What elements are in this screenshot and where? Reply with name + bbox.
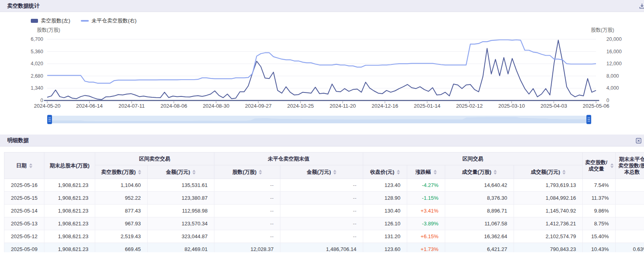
right-axis-tick-label: 16,000: [606, 48, 630, 55]
x-axis-tick-label: 2025-02-12: [450, 103, 488, 109]
column-header-label: 金额(万元): [166, 169, 190, 175]
right-axis-tick-label: 8,000: [606, 73, 630, 79]
cell-close-price: 131.20: [363, 230, 407, 243]
short-shares-line: [47, 40, 596, 99]
col-open-short-ratio[interactable]: 期末未平仓卖空股数/股本总数: [616, 153, 644, 179]
sort-icon[interactable]: [562, 170, 566, 175]
left-axis-tick-label: 2,680: [18, 73, 43, 79]
cell-open-short-ratio: --: [616, 217, 644, 230]
cell-short-amount: 135,531.61: [148, 179, 214, 192]
cell-short-amount: 123,570.34: [148, 217, 214, 230]
cell-total-share-capital: 1,908,621.23: [44, 179, 95, 192]
cell-open-short-ratio: --: [616, 230, 644, 243]
cell-change-pct: -1.15%: [407, 192, 445, 205]
cell-date: 2025-05-15: [4, 192, 44, 205]
sort-icon[interactable]: [192, 170, 196, 175]
sort-icon[interactable]: [494, 170, 497, 175]
datazoom-silhouette: [47, 117, 591, 123]
left-axis-tick-label: 1,340: [18, 85, 43, 91]
cell-change-pct: +6.15%: [407, 230, 445, 243]
cell-open-short-amount: 1,486,706.14: [280, 243, 363, 253]
cell-turnover: 2,102,574.79: [514, 230, 583, 243]
cell-date: 2025-05-14: [4, 205, 44, 217]
col-short-ratio[interactable]: 卖空股数/成交量: [583, 153, 616, 179]
col-close-price[interactable]: 收盘价(元): [363, 165, 407, 179]
sort-icon[interactable]: [259, 170, 262, 175]
cell-volume: 14,640.42: [445, 179, 514, 192]
x-axis-tick-label: 2024-08-30: [197, 103, 235, 109]
sort-icon[interactable]: [333, 170, 336, 175]
column-header-label: 金额(万元): [307, 169, 331, 175]
x-axis-tick-label: 2025-03-10: [492, 103, 531, 109]
col-date[interactable]: 日期: [4, 153, 44, 179]
cell-short-amount: 323,044.87: [148, 230, 214, 243]
column-header-label: 期末未平仓卖空股数/股本总数: [617, 156, 644, 175]
cell-turnover: 790,843.23: [514, 243, 583, 253]
cell-close-price: 123.60: [363, 243, 407, 253]
datazoom-left-handle[interactable]: [47, 115, 52, 124]
x-axis-tick-label: 2024-07-11: [112, 103, 151, 109]
column-header-label: 区间卖空交易: [139, 156, 170, 162]
x-axis-tick-label: 2024-10-25: [281, 103, 320, 109]
column-header-label: 涨跌幅: [416, 169, 431, 175]
cell-short-amount: 82,469.01: [148, 243, 214, 253]
cell-short-ratio: 8.75%: [583, 217, 616, 230]
cell-short-amount: 112,958.98: [148, 205, 214, 217]
cell-volume: 11,067.58: [445, 217, 514, 230]
col-short-amount[interactable]: 金额(万元): [148, 165, 214, 179]
cell-turnover: 1,412,736.21: [514, 217, 583, 230]
datazoom-right-handle[interactable]: [586, 115, 591, 124]
cell-change-pct: +3.41%: [407, 205, 445, 217]
table-row: 2025-05-161,908,621.231,104.60135,531.61…: [4, 179, 644, 192]
cell-open-short-ratio: --: [616, 179, 644, 192]
cell-open-short-shares: --: [214, 230, 280, 243]
group-interval-short-trading: 区间卖空交易: [95, 153, 214, 165]
cell-open-short-shares: --: [214, 192, 280, 205]
x-axis-tick-label: 2024-05-20: [28, 103, 66, 109]
chart-plot-area[interactable]: [0, 12, 644, 112]
column-header-label: 卖空股数/成交量: [584, 159, 608, 172]
right-axis-tick-label: 12,000: [606, 60, 630, 67]
left-axis-tick-label: 5,360: [18, 48, 43, 55]
col-short-shares[interactable]: 卖空股数(万股): [95, 165, 148, 179]
sort-icon[interactable]: [434, 170, 437, 175]
left-axis-tick-label: 4,020: [18, 60, 43, 67]
sort-icon[interactable]: [397, 170, 400, 175]
cell-open-short-amount: --: [280, 192, 363, 205]
cell-change-pct: +1.73%: [407, 243, 445, 253]
col-change-pct[interactable]: 涨跌幅: [407, 165, 445, 179]
column-header-label: 区间交易: [462, 156, 483, 162]
sort-icon[interactable]: [138, 170, 141, 175]
cell-short-ratio: 10.43%: [583, 243, 616, 253]
short-data-chart: 卖空股数(左) 未平仓卖空股数(右) 股数(万股) 股数(万股) 01,3402…: [0, 12, 644, 135]
cell-total-share-capital: 1,908,621.23: [44, 243, 95, 253]
col-open-short-shares[interactable]: 股数(万股): [214, 165, 280, 179]
cell-short-shares: 1,104.60: [95, 179, 148, 192]
col-turnover[interactable]: 成交额(万元): [514, 165, 583, 179]
sort-icon[interactable]: [29, 163, 32, 168]
table-row: 2025-05-151,908,621.23952.22123,380.87--…: [4, 192, 644, 205]
cell-open-short-amount: --: [280, 205, 363, 217]
export-close-icon[interactable]: [636, 138, 642, 145]
short-data-stats-title: 卖空数据统计: [7, 2, 40, 10]
detail-data-header: 明细数据: [0, 135, 644, 147]
sort-icon[interactable]: [610, 163, 614, 168]
column-header-label: 成交量(万股): [462, 169, 492, 175]
cell-short-amount: 123,380.87: [148, 192, 214, 205]
cell-open-short-ratio: 0.63%: [616, 243, 644, 253]
detail-data-title: 明细数据: [7, 137, 29, 144]
download-icon[interactable]: [639, 3, 644, 10]
group-interval-trading: 区间交易: [363, 153, 583, 165]
column-header-label: 收盘价(元): [370, 169, 394, 175]
datazoom-slider[interactable]: [47, 116, 591, 123]
cell-turnover: 1,084,992.16: [514, 192, 583, 205]
cell-total-share-capital: 1,908,621.23: [44, 230, 95, 243]
x-axis-tick-label: 2024-12-16: [366, 103, 404, 109]
col-open-short-amount[interactable]: 金额(万元): [280, 165, 363, 179]
cell-open-short-shares: 12,028.37: [214, 243, 280, 253]
cell-volume: 8,376.30: [445, 192, 514, 205]
col-volume[interactable]: 成交量(万股): [445, 165, 514, 179]
cell-change-pct: -3.89%: [407, 217, 445, 230]
datazoom-preview: [47, 116, 591, 123]
column-header-label: 未平仓卖空期末值: [268, 156, 310, 162]
